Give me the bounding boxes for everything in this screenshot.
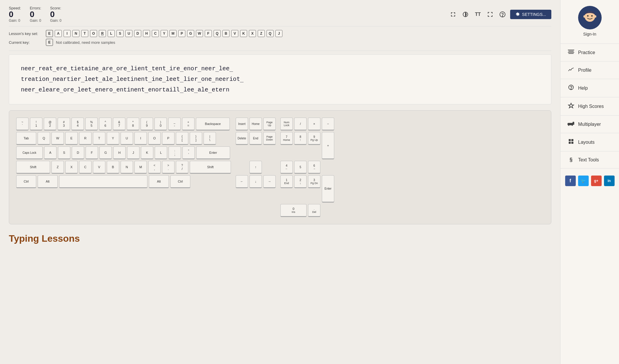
key-P[interactable]: P	[178, 30, 185, 37]
key-num4[interactable]: 4←	[280, 161, 293, 174]
key-delete[interactable]: Delete	[236, 132, 248, 145]
key-A[interactable]: A	[55, 30, 62, 37]
key-z[interactable]: Z	[51, 161, 64, 174]
key-pgup[interactable]: PageUp	[263, 118, 276, 131]
key-U[interactable]: U	[125, 30, 132, 37]
key-num6[interactable]: 6→	[308, 161, 320, 174]
key-tilde[interactable]: ~`	[16, 118, 29, 131]
key-M[interactable]: M	[169, 30, 177, 37]
key-e[interactable]: E	[65, 132, 78, 145]
key-w[interactable]: W	[51, 132, 64, 145]
key-3[interactable]: #3	[58, 118, 70, 131]
sidebar-item-layouts[interactable]: Layouts	[560, 134, 619, 150]
key-s[interactable]: S	[58, 146, 70, 159]
key-num5[interactable]: 5	[294, 161, 307, 174]
key-num-star[interactable]: ×	[308, 118, 320, 131]
twitter-icon[interactable]: 🐦	[578, 176, 589, 186]
key-quote[interactable]: "'	[182, 146, 195, 159]
key-O[interactable]: O	[90, 30, 97, 37]
key-j[interactable]: J	[127, 146, 139, 159]
key-numlock[interactable]: NumLock	[280, 118, 293, 131]
key-alt-left[interactable]: Alt	[38, 175, 58, 188]
key-num-slash[interactable]: /	[294, 118, 307, 131]
key-space[interactable]	[59, 175, 147, 188]
text-size-button[interactable]: TT	[473, 10, 482, 19]
key-c[interactable]: C	[79, 161, 91, 174]
sidebar-item-multiplayer[interactable]: Multiplayer	[560, 117, 619, 132]
key-home[interactable]: Home	[249, 118, 262, 131]
key-8[interactable]: *8	[127, 118, 139, 131]
key-minus[interactable]: _-	[168, 118, 181, 131]
avatar[interactable]	[578, 6, 602, 29]
key-num7[interactable]: 7Home	[280, 132, 293, 145]
key-t[interactable]: T	[93, 132, 105, 145]
settings-button[interactable]: SETTINGS...	[510, 10, 551, 19]
key-pgdn[interactable]: PageDown	[263, 132, 276, 145]
key-num-enter[interactable]: Enter	[322, 175, 334, 203]
theme-button[interactable]	[461, 10, 470, 19]
key-o[interactable]: O	[148, 132, 161, 145]
key-Q3[interactable]: Q	[267, 30, 274, 37]
key-d[interactable]: D	[72, 146, 84, 159]
sidebar-item-profile[interactable]: Profile	[560, 63, 619, 78]
key-up[interactable]: ↑	[249, 161, 262, 174]
key-down[interactable]: ↓	[249, 175, 262, 188]
key-Q2[interactable]: Q	[214, 30, 221, 37]
key-num9[interactable]: 9Pg Up	[308, 132, 320, 145]
key-caps[interactable]: Caps Lock	[16, 146, 43, 159]
key-shift-left[interactable]: Shift	[16, 161, 50, 174]
key-i[interactable]: I	[134, 132, 147, 145]
key-C[interactable]: C	[152, 30, 159, 37]
key-num2[interactable]: 2↓	[294, 175, 307, 188]
key-4[interactable]: $4	[71, 118, 84, 131]
key-num0[interactable]: 0Ins	[280, 204, 307, 217]
key-right[interactable]: →	[263, 175, 276, 188]
key-left[interactable]: ←	[236, 175, 248, 188]
key-R[interactable]: R	[99, 30, 106, 37]
key-F[interactable]: F	[205, 30, 212, 37]
sidebar-item-help[interactable]: Help	[560, 80, 619, 96]
key-y[interactable]: Y	[107, 132, 119, 145]
focus-button[interactable]	[485, 10, 495, 19]
key-2[interactable]: @2	[44, 118, 56, 131]
sidebar-item-texttools[interactable]: § Text Tools	[560, 153, 619, 167]
googleplus-icon[interactable]: g+	[591, 176, 602, 186]
key-alt-right[interactable]: Alt	[149, 175, 169, 188]
key-ctrl-right[interactable]: Ctrl	[170, 175, 190, 188]
key-Y[interactable]: Y	[161, 30, 168, 37]
key-num3[interactable]: 3Pg Dn	[308, 175, 320, 188]
key-G[interactable]: G	[187, 30, 194, 37]
key-bracket-close[interactable]: }]	[190, 132, 202, 145]
key-W[interactable]: W	[196, 30, 203, 37]
linkedin-icon[interactable]: in	[604, 176, 615, 186]
key-b[interactable]: B	[107, 161, 119, 174]
key-J[interactable]: J	[275, 30, 282, 37]
sidebar-item-highscores[interactable]: High Scores	[560, 98, 619, 114]
key-x[interactable]: X	[65, 161, 78, 174]
key-D[interactable]: D	[134, 30, 141, 37]
key-S[interactable]: S	[117, 30, 124, 37]
key-5[interactable]: %5	[85, 118, 98, 131]
key-period[interactable]: >.	[162, 161, 174, 174]
key-insert[interactable]: Insert	[236, 118, 248, 131]
key-n[interactable]: N	[121, 161, 133, 174]
key-q[interactable]: Q	[38, 132, 50, 145]
signin-label[interactable]: Sign-In	[583, 32, 596, 36]
key-num-plus[interactable]: +	[322, 132, 334, 159]
key-tab[interactable]: Tab	[16, 132, 36, 145]
key-7[interactable]: &7	[113, 118, 125, 131]
key-k[interactable]: K	[141, 146, 153, 159]
sidebar-item-practice[interactable]: Practice	[560, 45, 619, 60]
key-l[interactable]: L	[155, 146, 167, 159]
fullscreen-button[interactable]	[448, 10, 458, 19]
key-H[interactable]: H	[143, 30, 150, 37]
key-V[interactable]: V	[231, 30, 238, 37]
key-num-minus[interactable]: −	[322, 118, 334, 131]
key-m[interactable]: M	[134, 161, 147, 174]
key-E[interactable]: E	[46, 30, 53, 37]
key-enter[interactable]: Enter	[196, 146, 230, 159]
key-backslash[interactable]: |\	[204, 132, 216, 145]
key-comma[interactable]: <,	[148, 161, 161, 174]
key-L[interactable]: L	[108, 30, 115, 37]
key-0[interactable]: )0	[154, 118, 167, 131]
